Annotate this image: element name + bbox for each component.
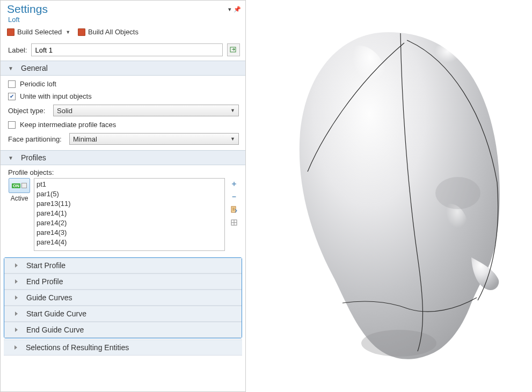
toolbar: Build Selected ▼ Build All Objects bbox=[1, 26, 245, 39]
profile-objects-area: ON Active pt1par1(5)pare13(11)pare14(1)p… bbox=[8, 178, 240, 251]
face-partitioning-value: Minimal bbox=[73, 135, 97, 143]
svg-point-7 bbox=[435, 177, 480, 209]
build-selected-label: Build Selected bbox=[17, 28, 62, 36]
guide-curves-label: Guide Curves bbox=[26, 293, 72, 302]
chevron-right-icon bbox=[15, 312, 18, 316]
keep-faces-label: Keep intermediate profile faces bbox=[20, 121, 116, 129]
list-item[interactable]: par1(5) bbox=[37, 189, 222, 199]
profile-list-tools: ＋ － bbox=[228, 178, 240, 251]
svg-point-5 bbox=[431, 204, 469, 257]
face-partitioning-select[interactable]: Minimal ▼ bbox=[69, 133, 239, 145]
on-badge: ON bbox=[12, 183, 20, 188]
active-toggle-label: Active bbox=[11, 195, 28, 202]
build-all-button[interactable]: Build All Objects bbox=[78, 28, 139, 36]
selections-label: Selections of Resulting Entities bbox=[26, 343, 129, 352]
section-guide-curves[interactable]: Guide Curves bbox=[4, 290, 242, 306]
chevron-right-icon bbox=[15, 328, 18, 332]
label-go-icon bbox=[230, 46, 237, 54]
panel-title: Settings bbox=[7, 3, 48, 16]
header-icons: ▾ 📌 bbox=[228, 6, 241, 13]
label-go-button[interactable] bbox=[227, 43, 240, 56]
start-profile-label: Start Profile bbox=[26, 261, 65, 270]
section-general-header[interactable]: ▼ General bbox=[1, 61, 245, 76]
list-item[interactable]: pare14(1) bbox=[37, 209, 222, 218]
panel-options-dropdown-icon[interactable]: ▾ bbox=[228, 6, 231, 13]
unite-inputs-row[interactable]: ✔ Unite with input objects bbox=[8, 92, 239, 100]
label-text: Label: bbox=[8, 46, 27, 54]
section-profiles-header[interactable]: ▼ Profiles bbox=[1, 150, 245, 165]
chevron-right-icon bbox=[14, 345, 17, 350]
object-type-row: Object type: Solid ▼ bbox=[8, 105, 239, 116]
section-selections[interactable]: Selections of Resulting Entities bbox=[4, 339, 242, 356]
highlighted-sections-group: Start Profile End Profile Guide Curves S… bbox=[4, 257, 242, 338]
chevron-right-icon bbox=[15, 263, 18, 268]
end-guide-curve-label: End Guide Curve bbox=[26, 326, 84, 334]
periodic-loft-row[interactable]: Periodic loft bbox=[8, 80, 239, 88]
chevron-right-icon bbox=[15, 279, 18, 284]
section-end-profile[interactable]: End Profile bbox=[4, 273, 242, 290]
periodic-loft-label: Periodic loft bbox=[20, 80, 56, 88]
build-selected-button[interactable]: Build Selected ▼ bbox=[7, 28, 70, 36]
periodic-loft-checkbox[interactable] bbox=[8, 80, 16, 88]
settings-panel: Settings ▾ 📌 Loft Build Selected ▼ Build… bbox=[0, 0, 246, 392]
section-profiles-body: Profile objects: ON Active pt1par1(5)par… bbox=[1, 165, 245, 256]
remove-icon[interactable]: － bbox=[229, 192, 239, 202]
off-badge-icon bbox=[21, 183, 27, 188]
list-item[interactable]: pare14(4) bbox=[37, 238, 222, 247]
add-icon[interactable]: ＋ bbox=[229, 179, 239, 189]
options-icon[interactable] bbox=[229, 218, 239, 227]
svg-point-3 bbox=[329, 46, 388, 126]
list-item[interactable]: pare14(3) bbox=[37, 228, 222, 238]
object-type-value: Solid bbox=[57, 107, 72, 115]
svg-point-6 bbox=[361, 330, 436, 357]
chevron-down-icon: ▼ bbox=[230, 108, 235, 113]
section-start-guide-curve[interactable]: Start Guide Curve bbox=[4, 306, 242, 322]
keep-faces-row[interactable]: Keep intermediate profile faces bbox=[8, 121, 239, 129]
chevron-down-icon: ▼ bbox=[65, 29, 70, 35]
label-row: Label: bbox=[1, 39, 245, 61]
head-model-render bbox=[246, 0, 532, 392]
pin-icon[interactable]: 📌 bbox=[234, 6, 241, 13]
object-type-select[interactable]: Solid ▼ bbox=[53, 105, 239, 116]
keep-faces-checkbox[interactable] bbox=[8, 121, 16, 129]
label-input[interactable] bbox=[31, 43, 223, 56]
end-profile-label: End Profile bbox=[26, 277, 63, 286]
section-profiles-title: Profiles bbox=[21, 153, 46, 162]
profile-objects-label: Profile objects: bbox=[8, 168, 240, 176]
face-partitioning-label: Face partitioning: bbox=[8, 135, 65, 143]
chevron-right-icon bbox=[15, 295, 18, 300]
active-toggle-button[interactable]: ON bbox=[9, 178, 30, 193]
paste-icon[interactable] bbox=[229, 205, 239, 215]
object-type-label: Object type: bbox=[8, 107, 49, 115]
section-end-guide-curve[interactable]: End Guide Curve bbox=[4, 322, 242, 338]
build-all-icon bbox=[78, 28, 85, 36]
panel-subtitle: Loft bbox=[1, 16, 245, 26]
profile-objects-list[interactable]: pt1par1(5)pare13(11)pare14(1)pare14(2)pa… bbox=[34, 178, 225, 251]
section-start-profile[interactable]: Start Profile bbox=[4, 258, 242, 273]
face-partitioning-row: Face partitioning: Minimal ▼ bbox=[8, 133, 239, 145]
list-item[interactable]: pare13(11) bbox=[37, 199, 222, 209]
chevron-down-icon: ▼ bbox=[230, 136, 235, 142]
list-item[interactable]: pare14(2) bbox=[37, 218, 222, 228]
build-all-label: Build All Objects bbox=[88, 28, 139, 36]
list-item[interactable]: pt1 bbox=[37, 180, 222, 189]
active-toggle-col: ON Active bbox=[8, 178, 31, 251]
start-guide-curve-label: Start Guide Curve bbox=[26, 309, 86, 318]
panel-header: Settings ▾ 📌 bbox=[1, 1, 245, 16]
section-general-body: Periodic loft ✔ Unite with input objects… bbox=[1, 76, 245, 150]
svg-point-4 bbox=[418, 46, 461, 83]
build-selected-icon bbox=[7, 28, 14, 36]
chevron-down-icon: ▼ bbox=[8, 65, 13, 71]
3d-viewport[interactable] bbox=[246, 0, 532, 392]
unite-inputs-label: Unite with input objects bbox=[20, 92, 92, 100]
chevron-down-icon: ▼ bbox=[8, 155, 13, 161]
unite-inputs-checkbox[interactable]: ✔ bbox=[8, 93, 16, 100]
section-general-title: General bbox=[21, 64, 48, 72]
